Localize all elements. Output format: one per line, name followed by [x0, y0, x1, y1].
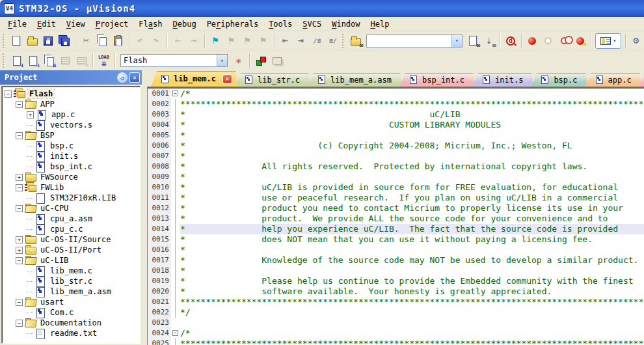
menu-file[interactable]: File — [3, 18, 32, 30]
collapse-icon[interactable]: − — [16, 184, 23, 191]
rebuild-all-button[interactable]: ⇊ — [41, 53, 57, 68]
expand-icon[interactable]: + — [16, 247, 23, 254]
chevron-down-icon[interactable]: ▾ — [451, 35, 462, 47]
window-layout-button[interactable]: ▾ — [595, 33, 621, 49]
enable-disable-breakpoint-button[interactable] — [541, 33, 557, 49]
tab-bsp-int-c[interactable]: bsp_int.c — [399, 73, 475, 87]
collapse-icon[interactable]: − — [16, 132, 23, 139]
fold-collapse-icon[interactable]: − — [172, 330, 178, 336]
menu-project[interactable]: Project — [90, 18, 134, 30]
tree-item-readme-txt[interactable]: readme.txt — [3, 328, 140, 338]
chevron-down-icon[interactable]: ▾ — [217, 55, 227, 66]
menu-flash[interactable]: Flash — [133, 18, 167, 30]
disable-all-breakpoints-button[interactable] — [556, 33, 572, 49]
insert-remove-breakpoint-button[interactable] — [524, 33, 541, 49]
collapse-icon[interactable]: − — [5, 90, 12, 98]
toggle-bookmark-button[interactable]: ⚑ — [208, 33, 224, 49]
translate-file-button[interactable]: ↓ — [8, 53, 25, 68]
tree-item-bsp-int-c[interactable]: bsp_int.c — [3, 161, 140, 172]
project-windows-button[interactable] — [269, 53, 285, 68]
tree-item-uc-cpu[interactable]: −uC-CPU — [3, 203, 140, 214]
menu-peripherals[interactable]: Peripherals — [202, 18, 263, 30]
expand-icon[interactable]: + — [16, 236, 23, 243]
save-file-button[interactable] — [40, 33, 57, 49]
stop-build-button[interactable]: ✕ — [74, 53, 90, 68]
undo-button[interactable]: ↶ — [132, 33, 148, 49]
tree-item-uc-os-ii-source[interactable]: +uC-OS-II/Source — [3, 234, 140, 245]
tree-item-cpu-a-asm[interactable]: cpu_a.asm — [3, 214, 140, 224]
cut-button[interactable]: ✂ — [78, 33, 94, 49]
fold-collapse-icon[interactable]: − — [172, 90, 178, 96]
options-for-target-button[interactable]: ✳ — [230, 53, 247, 68]
tree-item-lib-str-c[interactable]: lib_str.c — [3, 276, 140, 286]
tree-item-cpu-c-c[interactable]: cpu_c.c — [3, 224, 140, 234]
indent-button[interactable]: ⇥ — [293, 33, 309, 49]
open-file-button[interactable] — [24, 33, 40, 49]
code-area[interactable]: 0001−/*0002*****************************… — [147, 88, 644, 345]
tab-init-s[interactable]: init.s — [472, 73, 533, 87]
unindent-button[interactable]: ⇤ — [277, 33, 293, 49]
tree-item-fwlib[interactable]: −FWLib — [3, 182, 140, 193]
incremental-find-button[interactable]: ⇣∞ — [481, 33, 497, 49]
tree-item-app-c[interactable]: +app.c — [3, 109, 140, 120]
previous-bookmark-button[interactable]: ⚑ — [223, 33, 239, 49]
tree-item-lib-mem-a-asm[interactable]: lib_mem_a.asm — [3, 286, 140, 297]
tab-lib-mem-a-asm[interactable]: lib_mem_a.asm — [308, 73, 402, 87]
tree-item-bsp[interactable]: −BSP — [3, 130, 140, 141]
tab-lib-mem-c[interactable]: lib_mem.c✕ — [151, 71, 237, 87]
tree-item-documentation[interactable]: −Documentation — [3, 318, 140, 328]
menu-tools[interactable]: Tools — [263, 18, 297, 30]
tab-app-c[interactable]: app.c — [585, 73, 642, 87]
navigate-back-button[interactable]: ← — [170, 33, 186, 49]
redo-button[interactable]: ↷ — [148, 33, 164, 49]
search-box[interactable]: ▾ — [366, 34, 462, 48]
expand-icon[interactable]: + — [16, 174, 23, 181]
start-stop-debug-button[interactable]: d — [503, 33, 519, 49]
expand-icon[interactable]: + — [27, 111, 34, 118]
save-all-button[interactable] — [57, 33, 73, 49]
batch-build-button[interactable] — [57, 53, 74, 68]
tree-item-flash[interactable]: −Flash — [3, 89, 140, 99]
tab-bsp-c[interactable]: bsp.c — [531, 73, 587, 87]
tree-item-uc-lib[interactable]: −uC-LIB — [3, 255, 140, 266]
paste-button[interactable] — [110, 33, 126, 49]
collapse-icon[interactable]: − — [16, 320, 23, 327]
panel-splitter[interactable] — [142, 70, 147, 345]
manage-components-button[interactable] — [252, 53, 269, 68]
menu-debug[interactable]: Debug — [168, 18, 202, 30]
collapse-icon[interactable]: − — [16, 205, 23, 212]
clear-all-bookmarks-button[interactable]: ⚑ — [255, 33, 271, 49]
collapse-icon[interactable]: − — [16, 299, 23, 306]
tree-item-lib-mem-c[interactable]: lib_mem.c — [3, 266, 140, 276]
menu-svcs[interactable]: SVCS — [297, 18, 327, 30]
target-select[interactable]: Flash▾ — [120, 54, 228, 67]
next-bookmark-button[interactable]: ⚑ — [239, 33, 256, 49]
copy-button[interactable] — [94, 33, 111, 49]
tree-item-uc-os-ii-port[interactable]: +uC-OS-II/Port — [3, 245, 140, 255]
menu-help[interactable]: Help — [366, 18, 395, 30]
tree-item-init-s[interactable]: init.s — [3, 151, 140, 161]
navigate-forward-button[interactable]: → — [185, 33, 202, 49]
find-button[interactable]: ∞ — [465, 33, 481, 49]
tree-item-stm32f10xr-lib[interactable]: STM32F10xR.LIB — [3, 193, 140, 203]
collapse-icon[interactable]: − — [16, 257, 23, 264]
uncomment-selection-button[interactable]: ≣∕ — [325, 33, 341, 49]
tree-item-com-c[interactable]: Com.c — [3, 307, 140, 318]
menu-edit[interactable]: Edit — [32, 18, 61, 30]
close-icon[interactable]: ✕ — [222, 74, 232, 84]
tree-item-fwsource[interactable]: +FWSource — [3, 172, 140, 182]
close-icon[interactable]: ✕ — [129, 72, 140, 83]
comment-selection-button[interactable]: ∕≣ — [309, 33, 325, 49]
collapse-icon[interactable]: − — [16, 101, 23, 108]
kill-all-breakpoints-button[interactable] — [572, 33, 589, 49]
tree-item-app[interactable]: −APP — [3, 99, 140, 109]
build-target-button[interactable]: ⇓ — [25, 53, 41, 68]
wrench-configure-button[interactable]: ⚙ — [628, 33, 644, 49]
menu-window[interactable]: Window — [327, 18, 365, 30]
tree-item-vectors-s[interactable]: vectors.s — [3, 120, 140, 130]
menu-view[interactable]: View — [61, 18, 90, 30]
download-to-flash-button[interactable]: LOAD⇊ — [96, 53, 112, 68]
find-in-files-button[interactable]: ∞ — [348, 33, 364, 49]
tab-lib-str-c[interactable]: lib_str.c — [235, 73, 310, 87]
tree-item-bsp-c[interactable]: bsp.c — [3, 141, 140, 151]
